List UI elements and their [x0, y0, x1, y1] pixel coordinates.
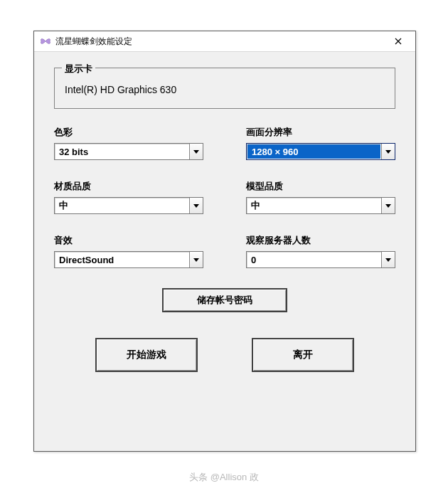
sound-select[interactable]: DirectSound — [54, 251, 203, 268]
chevron-down-icon — [189, 198, 203, 213]
start-button-label: 开始游戏 — [127, 349, 166, 361]
chevron-down-icon — [381, 198, 395, 213]
close-button[interactable] — [383, 32, 414, 51]
texture-label: 材质品质 — [54, 180, 203, 193]
model-select[interactable]: 中 — [246, 197, 395, 214]
watermark-text: 头条 @Allison 政 — [0, 471, 448, 484]
window-title: 流星蝴蝶剑效能设定 — [55, 36, 383, 48]
color-label: 色彩 — [54, 126, 203, 139]
color-value: 32 bits — [55, 144, 189, 159]
exit-button-label: 离开 — [293, 349, 313, 361]
exit-button[interactable]: 离开 — [252, 338, 354, 372]
app-icon — [40, 36, 51, 47]
chevron-down-icon — [381, 252, 395, 267]
chevron-down-icon — [189, 252, 203, 267]
gpu-name: Intel(R) HD Graphics 630 — [65, 84, 385, 95]
observers-value: 0 — [247, 252, 381, 267]
start-game-button[interactable]: 开始游戏 — [95, 338, 198, 372]
save-credentials-button[interactable]: 储存帐号密码 — [162, 288, 287, 312]
display-card-legend: 显示卡 — [62, 63, 95, 75]
resolution-value: 1280 × 960 — [247, 144, 380, 159]
content-area: 显示卡 Intel(R) HD Graphics 630 色彩 32 bits … — [34, 52, 415, 372]
observers-label: 观察服务器人数 — [246, 234, 395, 247]
observers-select[interactable]: 0 — [246, 251, 395, 268]
sound-label: 音效 — [54, 234, 203, 247]
model-value: 中 — [247, 198, 381, 213]
texture-value: 中 — [55, 198, 189, 213]
chevron-down-icon — [381, 144, 395, 159]
titlebar: 流星蝴蝶剑效能设定 — [34, 31, 415, 52]
model-label: 模型品质 — [246, 180, 395, 193]
sound-value: DirectSound — [55, 252, 189, 267]
save-button-label: 储存帐号密码 — [197, 294, 252, 307]
texture-select[interactable]: 中 — [54, 197, 203, 214]
resolution-select[interactable]: 1280 × 960 — [246, 143, 395, 160]
display-card-group: 显示卡 Intel(R) HD Graphics 630 — [54, 68, 395, 109]
chevron-down-icon — [189, 144, 203, 159]
settings-window: 流星蝴蝶剑效能设定 显示卡 Intel(R) HD Graphics 630 色… — [33, 31, 416, 452]
color-select[interactable]: 32 bits — [54, 143, 203, 160]
resolution-label: 画面分辨率 — [246, 126, 395, 139]
